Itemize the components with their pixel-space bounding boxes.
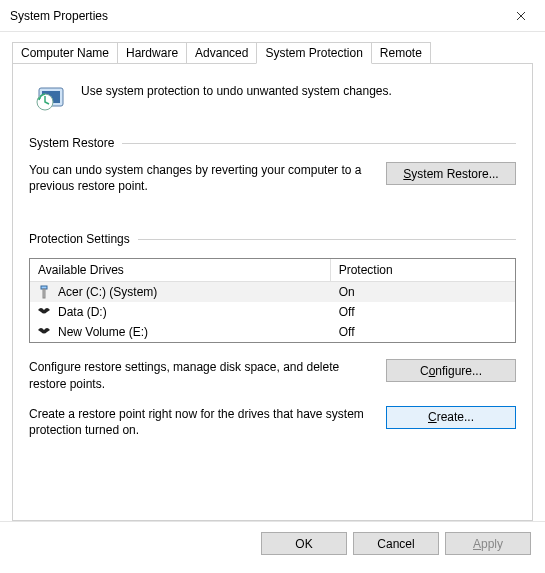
- drive-icon: [36, 284, 52, 300]
- drive-icon: [36, 304, 52, 320]
- drive-name: Acer (C:) (System): [58, 285, 157, 299]
- system-restore-desc: You can undo system changes by reverting…: [29, 162, 370, 194]
- divider: [138, 239, 516, 240]
- close-button[interactable]: [501, 2, 541, 30]
- ok-button[interactable]: OK: [261, 532, 347, 555]
- tab-system-protection[interactable]: System Protection: [256, 42, 371, 64]
- drive-name: Data (D:): [58, 305, 107, 319]
- cancel-button[interactable]: Cancel: [353, 532, 439, 555]
- intro-text: Use system protection to undo unwanted s…: [81, 80, 392, 98]
- create-desc: Create a restore point right now for the…: [29, 406, 370, 438]
- system-restore-button[interactable]: System Restore...: [386, 162, 516, 185]
- protection-status: On: [331, 283, 515, 301]
- header-protection: Protection: [331, 259, 515, 281]
- window-title: System Properties: [10, 9, 501, 23]
- tabstrip: Computer Name Hardware Advanced System P…: [12, 42, 533, 63]
- create-button[interactable]: Create...: [386, 406, 516, 429]
- drive-name: New Volume (E:): [58, 325, 148, 339]
- intro: Use system protection to undo unwanted s…: [33, 80, 516, 116]
- protection-status: Off: [331, 303, 515, 321]
- configure-desc: Configure restore settings, manage disk …: [29, 359, 370, 391]
- protection-settings-group: Protection Settings Available Drives Pro…: [29, 232, 516, 438]
- apply-button[interactable]: Apply: [445, 532, 531, 555]
- table-header: Available Drives Protection: [30, 259, 515, 282]
- table-row[interactable]: Data (D:)Off: [30, 302, 515, 322]
- close-icon: [516, 11, 526, 21]
- drives-table: Available Drives Protection Acer (C:) (S…: [29, 258, 516, 343]
- system-restore-label: System Restore: [29, 136, 114, 150]
- divider: [122, 143, 516, 144]
- tab-remote[interactable]: Remote: [371, 42, 431, 63]
- protection-settings-label: Protection Settings: [29, 232, 130, 246]
- tab-hardware[interactable]: Hardware: [117, 42, 187, 63]
- protection-status: Off: [331, 323, 515, 341]
- tab-advanced[interactable]: Advanced: [186, 42, 257, 63]
- system-restore-group: System Restore You can undo system chang…: [29, 136, 516, 194]
- drive-icon: [36, 324, 52, 340]
- svg-rect-4: [43, 289, 45, 298]
- system-protection-icon: [33, 80, 69, 116]
- dialog-footer: OK Cancel Apply: [0, 521, 545, 565]
- tab-computer-name[interactable]: Computer Name: [12, 42, 118, 63]
- table-row[interactable]: New Volume (E:)Off: [30, 322, 515, 342]
- tab-panel: Use system protection to undo unwanted s…: [12, 63, 533, 521]
- titlebar: System Properties: [0, 0, 545, 32]
- table-row[interactable]: Acer (C:) (System)On: [30, 282, 515, 302]
- configure-button[interactable]: Configure...: [386, 359, 516, 382]
- header-available-drives: Available Drives: [30, 259, 331, 281]
